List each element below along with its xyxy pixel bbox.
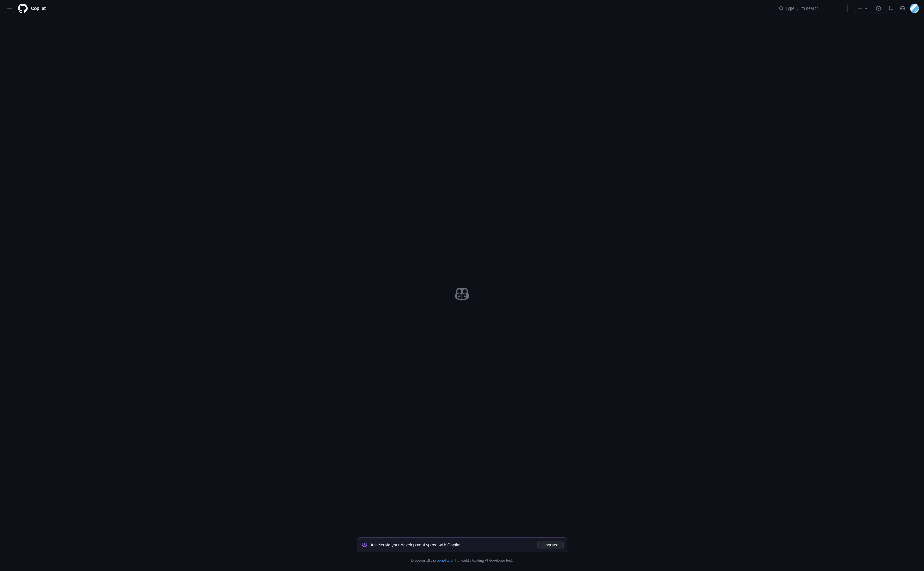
header-right: Type / to search <box>775 4 919 13</box>
user-avatar[interactable] <box>910 4 919 13</box>
bottom-section: Accelerate your development speed with C… <box>357 537 567 563</box>
discover-text: Discover all the benefits of the world's… <box>411 559 513 563</box>
search-placeholder: Type / to search <box>785 6 819 11</box>
upgrade-button[interactable]: Upgrade <box>537 541 563 549</box>
chevron-down-icon <box>864 6 868 11</box>
plus-icon <box>858 6 862 11</box>
main-content: Accelerate your development speed with C… <box>0 17 924 571</box>
issues-button[interactable] <box>874 4 883 13</box>
page-title: Copilot <box>31 6 46 11</box>
upgrade-banner: Accelerate your development speed with C… <box>357 537 567 552</box>
notifications-button[interactable] <box>898 4 907 13</box>
header: Copilot Type / to search <box>0 0 924 17</box>
copilot-logo <box>455 287 469 301</box>
pull-requests-button[interactable] <box>885 4 895 13</box>
hamburger-menu-button[interactable] <box>5 4 14 13</box>
slash-key-hint: / <box>796 6 800 11</box>
inbox-icon <box>900 6 905 11</box>
search-icon <box>779 6 784 11</box>
issue-icon <box>876 6 881 11</box>
create-new-button[interactable] <box>855 4 871 13</box>
search-button[interactable]: Type / to search <box>775 4 848 13</box>
divider <box>851 5 851 11</box>
upgrade-text: Accelerate your development speed with C… <box>371 543 461 547</box>
header-left: Copilot <box>5 4 775 13</box>
hamburger-icon <box>7 6 12 11</box>
benefits-link[interactable]: benefits <box>437 559 449 563</box>
upgrade-banner-left: Accelerate your development speed with C… <box>362 543 461 547</box>
github-logo[interactable] <box>18 4 28 13</box>
pull-request-icon <box>888 6 893 11</box>
copilot-icon <box>362 543 367 547</box>
